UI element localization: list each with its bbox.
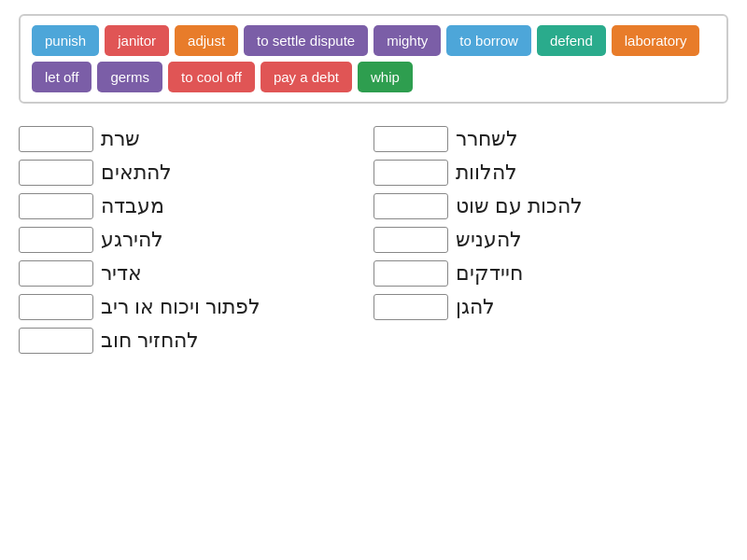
word-tile-germs[interactable]: germs <box>97 62 162 92</box>
word-tile-let-off[interactable]: let off <box>32 62 92 92</box>
word-tile-adjust[interactable]: adjust <box>175 25 238 56</box>
word-bank: punishjanitoradjustto settle disputemigh… <box>19 14 728 104</box>
hebrew-word-left-1: שרת <box>101 127 140 151</box>
match-row-right-5: חיידקים <box>374 257 728 290</box>
word-tile-to-cool-off[interactable]: to cool off <box>168 62 255 92</box>
hebrew-word-right-1: לשחרר <box>456 127 518 151</box>
answer-box-right-4[interactable] <box>374 227 448 253</box>
answer-box-left-5[interactable] <box>19 260 93 287</box>
match-row-left-1: שרת <box>19 122 374 156</box>
answer-box-right-5[interactable] <box>374 260 448 287</box>
match-row-left-6: לפתור ויכוח או ריב <box>19 290 374 324</box>
hebrew-word-right-3: להכות עם שוט <box>456 194 583 218</box>
word-tile-whip[interactable]: whip <box>358 62 413 92</box>
answer-box-right-3[interactable] <box>374 193 448 219</box>
match-row-left-4: להירגע <box>19 223 374 257</box>
answer-box-right-1[interactable] <box>374 126 448 152</box>
word-tile-laboratory[interactable]: laboratory <box>612 25 700 56</box>
answer-box-right-6[interactable] <box>374 294 448 320</box>
word-tile-to-settle-dispute[interactable]: to settle dispute <box>244 25 368 56</box>
match-row-right-6: להגן <box>374 290 728 324</box>
hebrew-word-left-6: לפתור ויכוח או ריב <box>101 295 261 319</box>
answer-box-left-7[interactable] <box>19 328 93 354</box>
hebrew-word-left-5: אדיר <box>101 261 142 286</box>
answer-box-left-3[interactable] <box>19 193 93 219</box>
match-row-left-2: להתאים <box>19 156 374 189</box>
answer-box-right-2[interactable] <box>374 160 448 186</box>
hebrew-word-right-2: להלוות <box>456 161 517 185</box>
match-row-right-4: להעניש <box>374 223 728 257</box>
word-tile-mighty[interactable]: mighty <box>374 25 441 56</box>
match-row-right-1: לשחרר <box>374 122 728 156</box>
word-tile-janitor[interactable]: janitor <box>105 25 169 56</box>
left-column: שרתלהתאיםמעבדהלהירגעאדירלפתור ויכוח או ר… <box>19 122 374 357</box>
hebrew-word-left-7: להחזיר חוב <box>101 329 199 353</box>
word-tile-defend[interactable]: defend <box>537 25 606 56</box>
match-row-left-7: להחזיר חוב <box>19 324 374 357</box>
word-tile-pay-a-debt[interactable]: pay a debt <box>261 62 352 92</box>
match-row-left-3: מעבדה <box>19 189 374 223</box>
match-exercise: שרתלהתאיםמעבדהלהירגעאדירלפתור ויכוח או ר… <box>19 122 728 357</box>
hebrew-word-left-2: להתאים <box>101 161 172 185</box>
hebrew-word-left-3: מעבדה <box>101 194 164 218</box>
answer-box-left-2[interactable] <box>19 160 93 186</box>
hebrew-word-right-6: להגן <box>456 295 495 319</box>
answer-box-left-6[interactable] <box>19 294 93 320</box>
word-tile-punish[interactable]: punish <box>32 25 99 56</box>
right-column: לשחררלהלוותלהכות עם שוטלהענישחיידקיםלהגן <box>374 122 728 357</box>
match-row-right-2: להלוות <box>374 156 728 189</box>
hebrew-word-right-4: להעניש <box>456 228 522 252</box>
hebrew-word-right-5: חיידקים <box>456 261 523 286</box>
word-tile-to-borrow[interactable]: to borrow <box>446 25 531 56</box>
answer-box-left-4[interactable] <box>19 227 93 253</box>
match-row-left-5: אדיר <box>19 257 374 290</box>
answer-box-left-1[interactable] <box>19 126 93 152</box>
hebrew-word-left-4: להירגע <box>101 228 163 252</box>
match-row-right-3: להכות עם שוט <box>374 189 728 223</box>
